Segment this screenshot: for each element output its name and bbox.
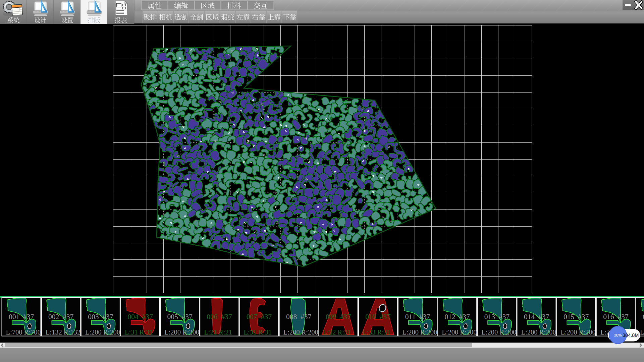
svg-text:010_#37: 010_#37	[365, 313, 391, 321]
svg-text:008_#37: 008_#37	[286, 313, 312, 321]
svg-text:006_#37: 006_#37	[207, 313, 232, 321]
svg-text:L:33 R:31: L:33 R:31	[363, 328, 391, 336]
svg-text:013_#37: 013_#37	[484, 313, 510, 321]
svg-text:009_#37: 009_#37	[326, 313, 351, 321]
svg-text:L:21 R:21: L:21 R:21	[204, 328, 232, 336]
svg-text:L:200 R:200: L:200 R:200	[283, 328, 318, 336]
svg-text:L:31 R:31: L:31 R:31	[125, 328, 153, 336]
svg-text:L:200 R:200: L:200 R:200	[402, 328, 437, 336]
svg-text:L:200 R:200: L:200 R:200	[521, 328, 556, 336]
svg-text:L:132 R:132: L:132 R:132	[46, 328, 80, 336]
svg-text:016_#37: 016_#37	[603, 313, 629, 321]
svg-text:L:200 R:200: L:200 R:200	[561, 328, 596, 336]
svg-text:002_#37: 002_#37	[48, 313, 74, 321]
svg-text:L:31 R:31: L:31 R:31	[244, 328, 272, 336]
svg-text:L:200 R:200: L:200 R:200	[85, 328, 120, 336]
svg-text:003_#37: 003_#37	[88, 313, 113, 321]
svg-text:L:200 R:200: L:200 R:200	[481, 328, 516, 336]
svg-text:017_#37: 017_#37	[643, 313, 644, 321]
svg-text:L:700 R:700: L:700 R:700	[6, 328, 41, 336]
svg-text:012_#37: 012_#37	[445, 313, 470, 321]
svg-text:384.8M: 384.8M	[623, 333, 639, 338]
svg-text:L:32 R:31: L:32 R:31	[323, 328, 351, 336]
svg-text:L:200 R:200: L:200 R:200	[164, 328, 199, 336]
svg-text:L:200 R:200: L:200 R:200	[442, 328, 477, 336]
svg-text:011_#37: 011_#37	[405, 313, 430, 321]
svg-text:001_#37: 001_#37	[9, 313, 34, 321]
svg-text:007_#37: 007_#37	[247, 313, 272, 321]
svg-text:L:200 R:200: L:200 R:200	[640, 328, 644, 336]
svg-text:38%: 38%	[614, 333, 622, 337]
svg-text:014_#37: 014_#37	[524, 313, 549, 321]
svg-text:005_#37: 005_#37	[167, 313, 192, 321]
svg-text:015_#37: 015_#37	[564, 313, 589, 321]
svg-text:004_#37: 004_#37	[127, 313, 153, 321]
